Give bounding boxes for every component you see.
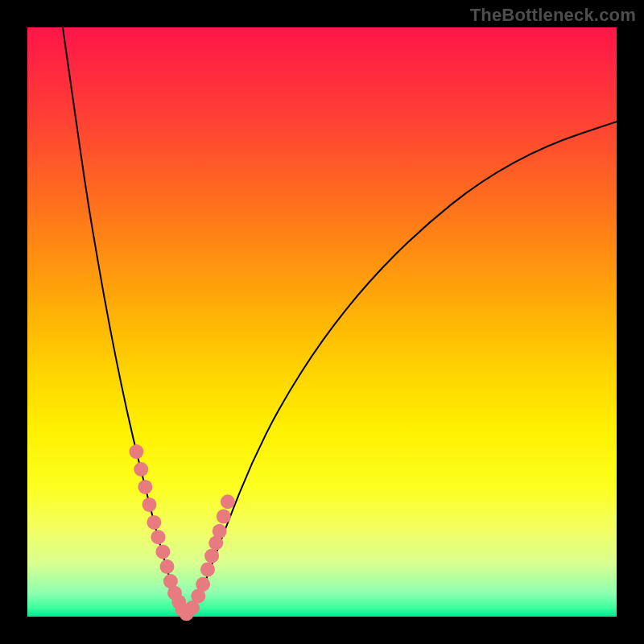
data-point bbox=[217, 510, 231, 524]
data-point bbox=[142, 497, 157, 512]
curve-left-branch bbox=[63, 27, 187, 617]
data-point bbox=[155, 544, 170, 559]
watermark-text: TheBottleneck.com bbox=[470, 5, 636, 26]
data-point bbox=[129, 444, 143, 459]
data-point bbox=[151, 530, 166, 544]
plot-area bbox=[27, 27, 617, 617]
data-point bbox=[213, 524, 227, 539]
curve-right-branch bbox=[187, 122, 617, 617]
data-point bbox=[159, 559, 174, 574]
data-point bbox=[138, 480, 152, 494]
data-point bbox=[204, 549, 219, 564]
data-point bbox=[221, 494, 235, 509]
data-point bbox=[134, 462, 148, 477]
highlighted-points-group bbox=[129, 444, 234, 621]
data-point bbox=[196, 577, 210, 592]
chart-frame: TheBottleneck.com bbox=[0, 0, 644, 644]
data-point bbox=[200, 562, 215, 576]
bottleneck-curve bbox=[27, 27, 617, 617]
data-point bbox=[147, 515, 161, 530]
